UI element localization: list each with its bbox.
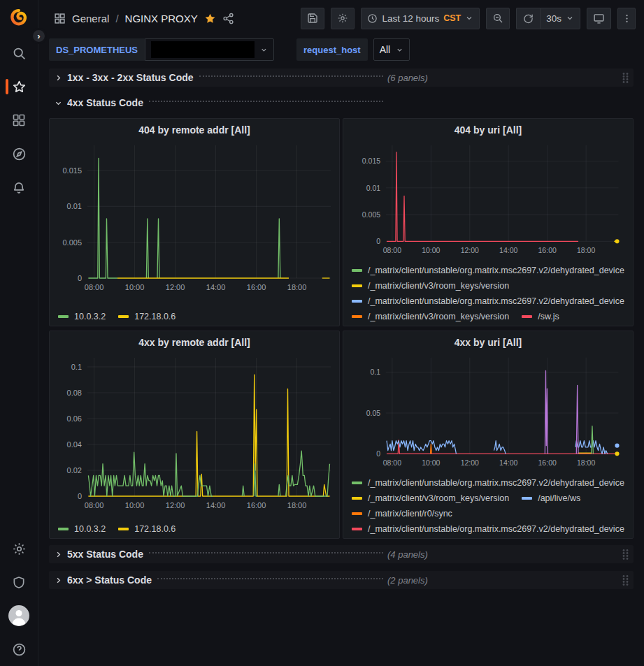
legend-swatch <box>352 284 362 287</box>
svg-text:0.1: 0.1 <box>370 368 380 376</box>
svg-text:10:00: 10:00 <box>422 246 440 254</box>
svg-text:08:00: 08:00 <box>85 501 104 509</box>
variable-ds-prometheus: DS_PROMETHEUS <box>49 38 274 61</box>
sidebar-item-explore[interactable] <box>0 137 38 171</box>
legend-item[interactable]: /api/live/ws <box>522 491 580 506</box>
legend-item[interactable]: 172.18.0.6 <box>118 309 176 324</box>
legend-item[interactable]: /_matrix/client/r0/sync <box>352 506 452 521</box>
chevron-down-icon <box>465 14 473 22</box>
sidebar-item-help[interactable] <box>0 632 38 666</box>
refresh-interval-label: 30s <box>546 13 561 24</box>
svg-text:0.05: 0.05 <box>366 409 381 417</box>
legend-label: 10.0.3.2 <box>74 312 106 321</box>
compass-icon <box>12 147 27 161</box>
sidebar-item-configuration[interactable] <box>0 532 38 565</box>
timeseries-chart[interactable]: 08:0010:0012:0014:0016:0018:0000.0050.01… <box>346 140 630 261</box>
sidebar-expand-button[interactable]: › <box>31 28 47 44</box>
legend-item[interactable]: 172.18.0.6 <box>118 521 176 537</box>
shield-icon <box>12 575 26 590</box>
bell-icon <box>12 180 26 195</box>
svg-text:08:00: 08:00 <box>383 246 401 254</box>
breadcrumb-section[interactable]: General <box>72 13 109 24</box>
legend-item[interactable]: 10.0.3.2 <box>58 521 106 537</box>
panel-title[interactable]: 404 by uri [All] <box>343 120 633 140</box>
sidebar-item-dashboards[interactable] <box>0 103 38 137</box>
legend-item[interactable]: /_matrix/client/unstable/org.matrix.msc2… <box>352 263 624 278</box>
svg-text:14:00: 14:00 <box>499 246 517 254</box>
variable-request-host: request_host All <box>296 38 410 61</box>
refresh-interval-button[interactable]: 30s <box>540 8 580 29</box>
legend-label: /_matrix/client/unstable/org.matrix.msc2… <box>368 296 624 306</box>
legend-label: 172.18.0.6 <box>134 312 176 321</box>
svg-text:14:00: 14:00 <box>206 283 226 291</box>
svg-text:0: 0 <box>376 449 380 458</box>
star-filled-icon[interactable] <box>204 13 216 24</box>
sidebar-item-alerting[interactable] <box>0 171 38 204</box>
row-title-group: 6xx > Status Code <box>52 574 387 586</box>
request-host-value: All <box>380 44 391 55</box>
panel-title[interactable]: 4xx by remote addr [All] <box>50 333 339 352</box>
dotted-leader <box>157 578 383 579</box>
avatar <box>8 605 29 626</box>
panel-title[interactable]: 4xx by uri [All] <box>343 333 633 352</box>
legend-label: /_matrix/client/v3/room_keys/version <box>368 312 509 321</box>
legend-item[interactable]: /_matrix/client/unstable/org.matrix.msc2… <box>352 521 624 537</box>
dashboard-settings-button[interactable] <box>331 8 355 29</box>
apps-grid-icon <box>12 113 26 127</box>
legend-item[interactable]: /_matrix/client/v3/room_keys/version <box>352 309 509 324</box>
legend-item[interactable]: /_matrix/client/unstable/org.matrix.msc2… <box>352 475 624 491</box>
redacted-value <box>151 41 255 58</box>
gear-icon <box>337 13 348 24</box>
panel-title[interactable]: 404 by remote addr [All] <box>50 120 339 140</box>
svg-text:0: 0 <box>376 237 380 245</box>
sidebar-item-server-admin[interactable] <box>0 565 38 599</box>
row-4xx-status-code[interactable]: 4xx Status Code <box>49 94 634 112</box>
save-dashboard-button[interactable] <box>301 8 324 29</box>
svg-text:0.08: 0.08 <box>67 389 82 397</box>
dashboard-header: General / NGINX PROXY <box>38 0 644 36</box>
sidebar-item-starred[interactable] <box>0 70 38 103</box>
legend-swatch <box>352 482 362 484</box>
svg-text:18:00: 18:00 <box>287 283 307 291</box>
svg-text:12:00: 12:00 <box>166 501 185 509</box>
legend-label: /_matrix/client/v3/room_keys/version <box>368 493 509 503</box>
legend-item[interactable]: /sw.js <box>522 309 559 324</box>
sidebar-item-profile[interactable] <box>0 599 38 632</box>
drag-handle-icon[interactable] <box>622 549 629 560</box>
chart-legend: 10.0.3.2172.18.0.6 <box>50 520 339 538</box>
chevron-down-icon <box>52 99 64 107</box>
kebab-menu-button[interactable] <box>617 8 636 29</box>
time-range-picker[interactable]: Last 12 hours CST <box>361 8 480 29</box>
share-icon[interactable] <box>222 13 234 24</box>
ds-prometheus-select[interactable] <box>145 38 274 61</box>
tv-mode-button[interactable] <box>587 8 611 29</box>
legend-label: /_matrix/client/r0/sync <box>368 509 452 519</box>
refresh-icon <box>523 13 534 24</box>
refresh-button[interactable] <box>516 8 540 29</box>
row-5xx-status-code[interactable]: 5xx Status Code (4 panels) <box>49 545 634 563</box>
legend-item[interactable]: /_matrix/client/unstable/org.matrix.msc2… <box>352 294 624 309</box>
zoom-out-time-button[interactable] <box>486 8 510 29</box>
request-host-select[interactable]: All <box>373 38 410 61</box>
svg-text:10:00: 10:00 <box>125 501 145 509</box>
clock-icon <box>367 13 378 24</box>
svg-text:10:00: 10:00 <box>125 283 145 291</box>
chart-legend: 10.0.3.2172.18.0.6 <box>50 307 339 326</box>
legend-item[interactable]: /_matrix/client/v3/room_keys/version <box>352 278 509 294</box>
svg-text:12:00: 12:00 <box>166 283 185 291</box>
row-1xx-3xx-2xx-status-code[interactable]: 1xx - 3xx - 2xx Status Code (6 panels) <box>49 68 634 87</box>
row-6xx-status-code[interactable]: 6xx > Status Code (2 panels) <box>49 571 634 589</box>
legend-item[interactable]: 10.0.3.2 <box>58 309 106 324</box>
svg-text:0.02: 0.02 <box>67 466 82 475</box>
drag-handle-icon[interactable] <box>622 72 629 84</box>
svg-text:18:00: 18:00 <box>577 458 595 467</box>
timeseries-chart[interactable]: 08:0010:0012:0014:0016:0018:0000.050.1 <box>346 352 630 474</box>
row-title: 6xx > Status Code <box>67 574 152 586</box>
legend-item[interactable]: /_matrix/client/v3/room_keys/version <box>352 491 509 506</box>
drag-handle-icon[interactable] <box>622 574 629 586</box>
timeseries-chart[interactable]: 08:0010:0012:0014:0016:0018:0000.020.040… <box>52 352 336 517</box>
variable-label: request_host <box>296 38 368 61</box>
dashboard-title[interactable]: NGINX PROXY <box>125 13 198 24</box>
timeseries-chart[interactable]: 08:0010:0012:0014:0016:0018:0000.0050.01… <box>52 140 336 299</box>
legend-label: 10.0.3.2 <box>74 524 106 534</box>
